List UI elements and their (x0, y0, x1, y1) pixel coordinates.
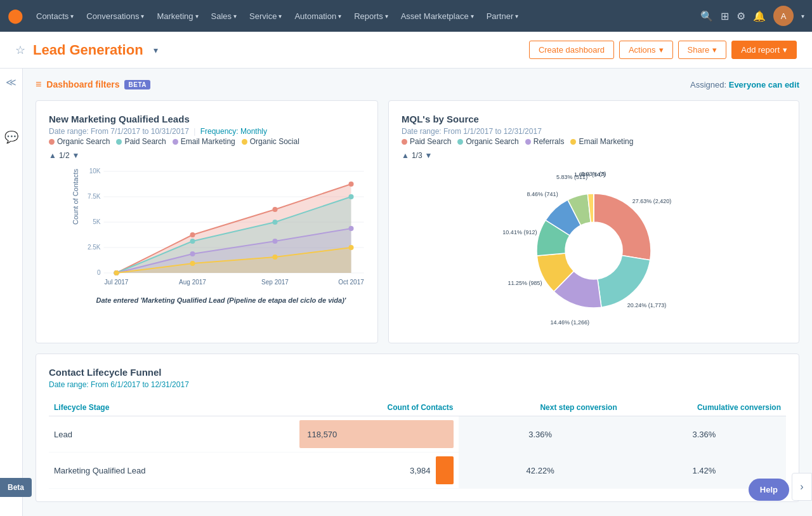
chevron-down-icon: ▾ (70, 13, 74, 20)
lifecycle-stage-header: Lifecycle Stage (49, 399, 294, 416)
next-step-cell: 3.36% (459, 416, 622, 453)
chevron-down-icon: ▾ (278, 13, 282, 20)
page-header: ☆ Lead Generation ▾ Create dashboard Act… (0, 32, 812, 69)
mql-card-date: Date range: From 7/1/2017 to 10/31/2017 … (49, 127, 365, 136)
pie-chart-svg: 27.63% (2,420)20.24% (1,773)14.46% (1,26… (402, 165, 786, 330)
chevron-down-icon: ▾ (712, 45, 717, 55)
mql-source-legend: Paid SearchOrganic SearchReferralsEmail … (402, 137, 786, 146)
svg-point-30 (114, 270, 119, 275)
svg-text:0: 0 (97, 269, 101, 276)
dashboard-content: ≡ Dashboard filters BETA Assigned: Every… (23, 69, 812, 516)
svg-text:Oct 2017: Oct 2017 (338, 279, 364, 286)
assigned-section: Assigned: Everyone can edit (690, 80, 799, 89)
help-button[interactable]: Help (749, 479, 789, 501)
left-side-panel: ≪ 💬 (0, 69, 23, 516)
add-report-button[interactable]: Add report ▾ (731, 41, 797, 59)
svg-point-16 (190, 232, 195, 237)
mql-source-title: MQL's by Source (402, 114, 786, 124)
mql-source-pagination[interactable]: ▲ 1/3 ▼ (402, 151, 786, 160)
mql-card-title: New Marketing Qualified Leads (49, 114, 365, 124)
svg-text:27.63% (2,420): 27.63% (2,420) (632, 198, 672, 204)
notifications-icon[interactable]: 🔔 (753, 10, 766, 22)
svg-text:10.41% (912): 10.41% (912) (502, 229, 537, 235)
legend-item: Organic Social (242, 137, 299, 146)
svg-text:20.24% (1,773): 20.24% (1,773) (627, 302, 667, 308)
svg-text:11.25% (985): 11.25% (985) (508, 280, 542, 286)
table-row: Marketing Qualified Lead 3,984 42.22% 1.… (49, 453, 786, 489)
bar-cell: 118,570 (294, 416, 458, 453)
top-cards-row: New Marketing Qualified Leads Date range… (36, 100, 799, 343)
svg-point-28 (349, 226, 354, 231)
assigned-link[interactable]: Everyone can edit (729, 80, 799, 89)
filters-left: ≡ Dashboard filters BETA (36, 79, 150, 90)
svg-text:8.46% (741): 8.46% (741) (527, 191, 558, 197)
marketplace-icon[interactable]: ⊞ (721, 10, 729, 22)
legend-item: Paid Search (116, 137, 166, 146)
next-page-arrow[interactable]: › (792, 473, 812, 501)
line-chart-svg: 10K 7.5K 5K 2.5K 0 Jul 2017 Aug 2017 Sep… (77, 165, 365, 292)
svg-text:14.46% (1,266): 14.46% (1,266) (550, 319, 589, 326)
mql-source-card: MQL's by Source Date range: From 1/1/201… (388, 100, 799, 343)
chevron-down-icon: ▾ (471, 13, 474, 20)
chevron-down-icon: ▾ (141, 13, 144, 20)
svg-point-31 (190, 261, 195, 266)
svg-text:0.03% (3): 0.03% (3) (581, 171, 606, 177)
next-arrow-icon[interactable]: ▼ (72, 151, 80, 160)
nav-marketing[interactable]: Marketing ▾ (152, 0, 203, 32)
hubspot-logo[interactable]: ⬤ (8, 8, 23, 24)
nav-asset-marketplace[interactable]: Asset Marketplace ▾ (396, 0, 479, 32)
filters-row: ≡ Dashboard filters BETA Assigned: Every… (36, 79, 799, 90)
collapse-left-icon[interactable]: ≪ (6, 76, 16, 88)
search-icon[interactable]: 🔍 (700, 10, 713, 22)
nav-contacts[interactable]: Contacts ▾ (31, 0, 79, 32)
nav-service[interactable]: Service ▾ (244, 0, 287, 32)
lifecycle-stage-cell: Marketing Qualified Lead (49, 453, 294, 489)
title-dropdown-icon[interactable]: ▾ (154, 45, 158, 55)
prev-arrow-icon[interactable]: ▲ (49, 151, 56, 160)
filters-label[interactable]: Dashboard filters (46, 79, 119, 89)
svg-point-23 (349, 194, 354, 199)
create-dashboard-button[interactable]: Create dashboard (529, 41, 614, 59)
table-row: Lead 118,570 3.36% 3.36% (49, 416, 786, 453)
chevron-down-icon: ▾ (338, 13, 341, 20)
user-avatar[interactable]: A (773, 6, 794, 26)
lifecycle-stage-cell: Lead (49, 416, 294, 453)
mql-source-date: Date range: From 1/1/2017 to 12/31/2017 (402, 127, 786, 136)
chat-icon[interactable]: 💬 (4, 130, 18, 144)
svg-text:10K: 10K (89, 168, 101, 175)
mql-pagination[interactable]: ▲ 1/2 ▼ (49, 151, 365, 160)
beta-button[interactable]: Beta (0, 478, 32, 497)
svg-text:2.5K: 2.5K (88, 244, 101, 251)
mql-legend: Organic SearchPaid SearchEmail Marketing… (49, 137, 365, 146)
top-navigation: ⬤ Contacts ▾ Conversations ▾ Marketing ▾… (0, 0, 812, 32)
mql-line-chart-card: New Marketing Qualified Leads Date range… (36, 100, 378, 343)
chevron-down-icon: ▾ (659, 45, 664, 55)
share-button[interactable]: Share ▾ (678, 41, 727, 59)
chevron-down-icon[interactable]: ▾ (801, 13, 804, 20)
nav-right-actions: 🔍 ⊞ ⚙ 🔔 A ▾ (700, 6, 804, 26)
legend-item: Paid Search (402, 137, 451, 146)
bar-value: 3,984 (410, 466, 431, 475)
count-header: Count of Contacts (294, 399, 458, 416)
filter-icon: ≡ (36, 79, 41, 90)
favorite-star-icon[interactable]: ☆ (15, 43, 25, 57)
next-arrow-icon[interactable]: ▼ (425, 151, 433, 160)
nav-partner[interactable]: Partner ▾ (481, 0, 524, 32)
header-action-buttons: Create dashboard Actions ▾ Share ▾ Add r… (529, 41, 797, 59)
nav-automation[interactable]: Automation ▾ (289, 0, 346, 32)
chevron-down-icon: ▾ (783, 45, 787, 55)
actions-button[interactable]: Actions ▾ (619, 41, 673, 59)
main-layout: ≪ 💬 ≡ Dashboard filters BETA Assigned: E… (0, 69, 812, 516)
svg-point-26 (190, 251, 195, 256)
nav-sales[interactable]: Sales ▾ (206, 0, 242, 32)
settings-icon[interactable]: ⚙ (737, 10, 745, 22)
pie-chart-wrap: 27.63% (2,420)20.24% (1,773)14.46% (1,26… (402, 165, 786, 330)
svg-point-18 (349, 182, 354, 187)
prev-arrow-icon[interactable]: ▲ (402, 151, 409, 160)
svg-point-27 (273, 239, 278, 244)
cumulative-header: Cumulative conversion (622, 399, 786, 416)
nav-conversations[interactable]: Conversations ▾ (81, 0, 149, 32)
chevron-down-icon: ▾ (233, 13, 237, 20)
nav-reports[interactable]: Reports ▾ (349, 0, 393, 32)
svg-point-17 (273, 207, 278, 212)
